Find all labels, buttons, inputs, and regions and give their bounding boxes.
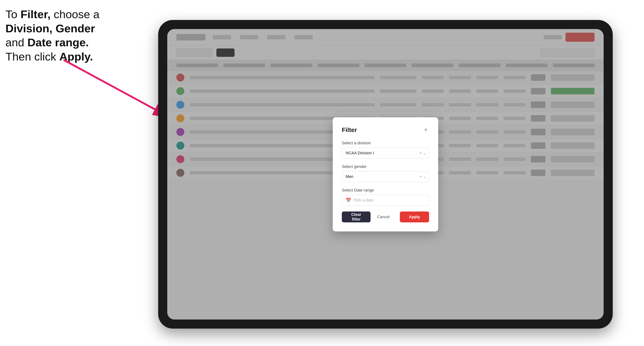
calendar-icon: 📅 [346, 198, 351, 203]
gender-form-group: Select gender Men × ⌄ [342, 164, 429, 182]
instruction-line3: and Date range. [6, 36, 89, 49]
modal-overlay: Filter × Select a division NCAA Division… [167, 29, 604, 320]
close-button[interactable]: × [422, 127, 429, 133]
instruction-line2: Division, Gender [6, 22, 95, 35]
instruction-text: To Filter, choose a Division, Gender and… [6, 7, 107, 64]
filter-modal: Filter × Select a division NCAA Division… [333, 117, 438, 231]
svg-line-1 [64, 60, 171, 118]
division-form-group: Select a division NCAA Division I × ⌄ [342, 141, 429, 159]
division-select[interactable]: NCAA Division I [342, 148, 429, 159]
gender-select[interactable]: Men [342, 171, 429, 182]
instruction-line4: Then click Apply. [6, 50, 93, 63]
instruction-line1: To Filter, choose a [6, 8, 100, 20]
clear-filter-button[interactable]: Clear filter [342, 211, 370, 222]
tablet-frame: Filter × Select a division NCAA Division… [158, 20, 613, 329]
tablet-screen: Filter × Select a division NCAA Division… [167, 29, 604, 320]
date-input[interactable]: 📅 Pick a date [342, 195, 429, 206]
division-label: Select a division [342, 141, 429, 145]
modal-title: Filter [342, 126, 357, 133]
gender-select-wrapper: Men × ⌄ [342, 171, 429, 182]
modal-footer: Clear filter Cancel Apply [342, 211, 429, 222]
date-placeholder: Pick a date [354, 198, 374, 203]
modal-header: Filter × [342, 126, 429, 133]
gender-label: Select gender [342, 164, 429, 169]
date-form-group: Select Date range 📅 Pick a date [342, 188, 429, 206]
cancel-button[interactable]: Cancel [370, 211, 396, 222]
apply-button[interactable]: Apply [400, 211, 429, 222]
division-select-wrapper: NCAA Division I × ⌄ [342, 148, 429, 159]
date-label: Select Date range [342, 188, 429, 193]
footer-right: Cancel Apply [370, 211, 429, 222]
